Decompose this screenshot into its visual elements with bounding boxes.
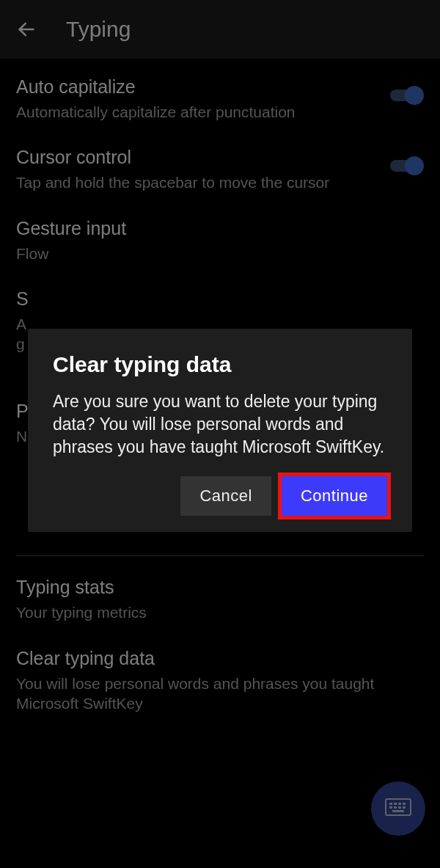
back-arrow-icon[interactable] [16, 19, 37, 40]
dialog-message: Are you sure you want to delete your typ… [53, 390, 387, 459]
setting-gesture-input[interactable]: Gesture input Flow [16, 200, 424, 271]
clear-typing-data-dialog: Clear typing data Are you sure you want … [28, 329, 412, 532]
setting-title: Auto capitalize [16, 76, 424, 98]
setting-subtitle: Your typing metrics [16, 602, 424, 622]
cancel-button[interactable]: Cancel [180, 476, 271, 516]
toggle-auto-capitalize[interactable] [386, 85, 424, 106]
svg-rect-7 [394, 806, 397, 809]
svg-rect-2 [389, 803, 392, 805]
continue-button[interactable]: Continue [282, 476, 387, 516]
setting-title: Cursor control [16, 147, 424, 168]
keyboard-fab[interactable] [371, 781, 425, 836]
setting-title: Clear typing data [16, 648, 424, 669]
typing-settings-screen: Typing Auto capitalize Automatically cap… [0, 0, 440, 868]
setting-auto-capitalize[interactable]: Auto capitalize Automatically capitalize… [16, 59, 424, 129]
setting-subtitle: Flow [16, 244, 424, 263]
svg-rect-4 [398, 803, 401, 805]
dialog-title: Clear typing data [53, 352, 387, 377]
setting-title: S [16, 288, 424, 310]
svg-rect-6 [389, 806, 392, 809]
dialog-actions: Cancel Continue [53, 476, 387, 516]
svg-rect-8 [398, 806, 401, 809]
setting-typing-stats[interactable]: Typing stats Your typing metrics [16, 559, 424, 630]
svg-rect-10 [392, 810, 404, 812]
setting-clear-typing-data[interactable]: Clear typing data You will lose personal… [16, 630, 424, 721]
section-divider [16, 555, 424, 556]
setting-title: Typing stats [16, 577, 424, 598]
setting-cursor-control[interactable]: Cursor control Tap and hold the spacebar… [16, 129, 424, 200]
page-title: Typing [66, 17, 131, 42]
svg-rect-9 [403, 806, 406, 809]
toggle-cursor-control[interactable] [386, 156, 424, 176]
setting-title: Gesture input [16, 218, 424, 239]
svg-rect-3 [394, 803, 397, 805]
setting-subtitle: Automatically capitalize after punctuati… [16, 102, 424, 122]
keyboard-icon [385, 797, 411, 820]
svg-rect-5 [403, 803, 406, 805]
setting-subtitle: You will lose personal words and phrases… [16, 674, 424, 714]
app-header: Typing [0, 0, 440, 59]
setting-subtitle: Tap and hold the spacebar to move the cu… [16, 172, 424, 192]
